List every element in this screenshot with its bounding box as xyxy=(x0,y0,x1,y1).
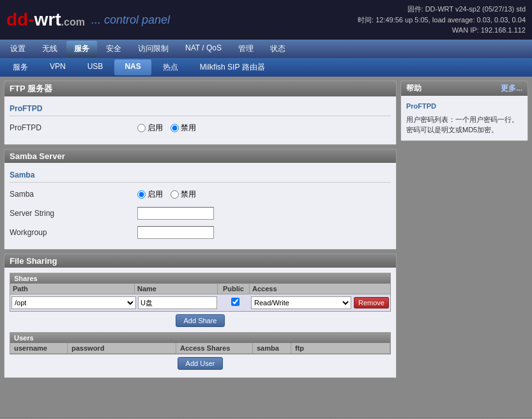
samba-col-header: samba xyxy=(253,343,291,353)
file-sharing-header: File Sharing xyxy=(4,254,396,268)
tab-milkfish[interactable]: Milkfish SIP 路由器 xyxy=(190,59,275,75)
samba-disable-radio[interactable] xyxy=(171,190,179,199)
server-string-input[interactable] xyxy=(137,207,214,220)
tab-hotspot[interactable]: 热点 xyxy=(153,59,188,75)
public-col-header: Public xyxy=(218,284,250,294)
samba-radio-group: 启用 禁用 xyxy=(137,189,196,200)
help-title-label: 帮助 xyxy=(406,83,422,94)
logo-wrt: wrt xyxy=(34,10,61,29)
add-share-button[interactable]: Add Share xyxy=(176,314,225,327)
access-col-header: Access xyxy=(250,284,390,294)
proftpd-disable-radio[interactable] xyxy=(171,124,179,132)
tab-usb[interactable]: USB xyxy=(77,59,114,75)
logo-dd: dd- xyxy=(6,10,34,29)
share-path-select[interactable]: /opt xyxy=(11,296,136,309)
tab-vpn[interactable]: VPN xyxy=(40,59,76,75)
nav-access-restrictions[interactable]: 访问限制 xyxy=(130,41,176,57)
users-container: Users username password Access Shares sa… xyxy=(10,332,391,354)
proftpd-enable-option[interactable]: 启用 xyxy=(137,123,163,133)
firmware-info: 固件: DD-WRT v24-sp2 (05/27/13) std xyxy=(358,4,526,15)
share-name-cell xyxy=(136,296,219,309)
content-area: FTP 服务器 ProFTPD ProFTPD 启用 禁用 xyxy=(4,80,397,414)
shares-column-headers: Path Name Public Access xyxy=(10,284,390,294)
nav-wireless[interactable]: 无线 xyxy=(34,41,65,57)
wan-ip-info: WAN IP: 192.168.1.112 xyxy=(358,25,526,36)
sidebar: 帮助 更多... ProFTPD 用户密码列表：一个用户密码一行。密码可以是明文… xyxy=(400,80,528,414)
server-string-label: Server String xyxy=(10,209,137,218)
samba-section: Samba Server Samba Samba 启用 禁用 xyxy=(4,149,397,250)
workgroup-label: Workgroup xyxy=(10,228,137,237)
ftp-section: FTP 服务器 ProFTPD ProFTPD 启用 禁用 xyxy=(4,80,397,145)
shares-container: Shares Path Name Public Access /opt xyxy=(10,273,391,312)
name-col-header: Name xyxy=(135,284,218,294)
secondary-nav: 服务 VPN USB NAS 热点 Milkfish SIP 路由器 xyxy=(0,58,532,77)
primary-nav: 设置 无线 服务 安全 访问限制 NAT / QoS 管理 状态 xyxy=(0,40,532,58)
share-name-input[interactable] xyxy=(138,296,217,309)
remove-share-button[interactable]: Remove xyxy=(354,297,389,309)
path-col-header: Path xyxy=(10,284,135,294)
workgroup-controls xyxy=(137,226,214,239)
nav-settings[interactable]: 设置 xyxy=(3,41,33,57)
share-public-checkbox[interactable] xyxy=(231,298,239,306)
help-body: ProFTPD 用户密码列表：一个用户密码一行。密码可以是明文或MD5加密。 xyxy=(401,96,528,141)
samba-enable-row: Samba 启用 禁用 xyxy=(10,187,391,202)
username-col-header: username xyxy=(10,343,68,353)
time-info: 时间: 12:49:56 up 5:05, load average: 0.03… xyxy=(358,15,526,26)
server-string-controls xyxy=(137,207,214,220)
samba-enable-radio[interactable] xyxy=(137,190,146,199)
control-panel-label: ... control panel xyxy=(91,13,170,27)
access-shares-col-header: Access Shares xyxy=(176,343,253,353)
help-text: 用户密码列表：一个用户密码一行。密码可以是明文或MD5加密。 xyxy=(406,114,522,135)
ftp-section-header: FTP 服务器 xyxy=(4,81,396,96)
server-string-row: Server String xyxy=(10,206,391,221)
nav-services[interactable]: 服务 xyxy=(66,41,97,57)
share-path-cell: /opt xyxy=(11,296,136,309)
users-column-headers: username password Access Shares samba ft… xyxy=(10,343,390,354)
ftp-section-body: ProFTPD ProFTPD 启用 禁用 xyxy=(4,96,396,144)
workgroup-row: Workgroup xyxy=(10,225,391,240)
share-public-cell xyxy=(219,298,251,308)
tab-services[interactable]: 服务 xyxy=(3,59,38,75)
share-access-select[interactable]: Read/Write xyxy=(251,296,351,309)
share-access-cell: Read/Write Remove xyxy=(251,296,389,309)
nav-security[interactable]: 安全 xyxy=(98,41,129,57)
ftp-col-header: ftp xyxy=(291,343,390,353)
samba-subsection-label: Samba xyxy=(10,168,391,183)
shares-title: Shares xyxy=(10,273,390,284)
help-header: 帮助 更多... xyxy=(401,81,528,96)
proftpd-row: ProFTPD 启用 禁用 xyxy=(10,120,391,135)
tab-nas[interactable]: NAS xyxy=(114,59,151,75)
proftpd-label: ProFTPD xyxy=(10,123,137,132)
proftpd-enable-radio[interactable] xyxy=(137,124,146,132)
add-user-button[interactable]: Add User xyxy=(178,357,224,370)
help-more-link[interactable]: 更多... xyxy=(501,83,522,94)
samba-enable-option[interactable]: 启用 xyxy=(137,189,163,200)
proftpd-subsection-label: ProFTPD xyxy=(10,102,391,116)
proftpd-disable-option[interactable]: 禁用 xyxy=(171,123,196,133)
users-title: Users xyxy=(10,333,390,343)
logo-com: .com xyxy=(61,17,85,27)
workgroup-input[interactable] xyxy=(137,226,214,239)
logo: dd-wrt.com xyxy=(6,10,85,30)
samba-section-header: Samba Server xyxy=(4,149,396,163)
samba-label: Samba xyxy=(10,190,137,199)
samba-section-body: Samba Samba 启用 禁用 Ser xyxy=(4,163,396,249)
nav-status[interactable]: 状态 xyxy=(262,41,293,57)
help-box: 帮助 更多... ProFTPD 用户密码列表：一个用户密码一行。密码可以是明文… xyxy=(400,80,528,141)
share-row: /opt Read/Write R xyxy=(10,294,390,311)
help-section-title: ProFTPD xyxy=(406,101,522,112)
nav-admin[interactable]: 管理 xyxy=(231,41,261,57)
main-content: FTP 服务器 ProFTPD ProFTPD 启用 禁用 xyxy=(0,77,532,418)
proftpd-radio-group: 启用 禁用 xyxy=(137,123,196,133)
password-col-header: password xyxy=(68,343,176,353)
header-info: 固件: DD-WRT v24-sp2 (05/27/13) std 时间: 12… xyxy=(358,4,526,36)
file-sharing-section: File Sharing Shares Path Name Public Acc… xyxy=(4,254,397,378)
nav-nat-qos[interactable]: NAT / QoS xyxy=(178,41,229,57)
samba-disable-option[interactable]: 禁用 xyxy=(171,189,196,200)
file-sharing-body: Shares Path Name Public Access /opt xyxy=(4,268,396,377)
header: dd-wrt.com ... control panel 固件: DD-WRT … xyxy=(0,0,532,40)
